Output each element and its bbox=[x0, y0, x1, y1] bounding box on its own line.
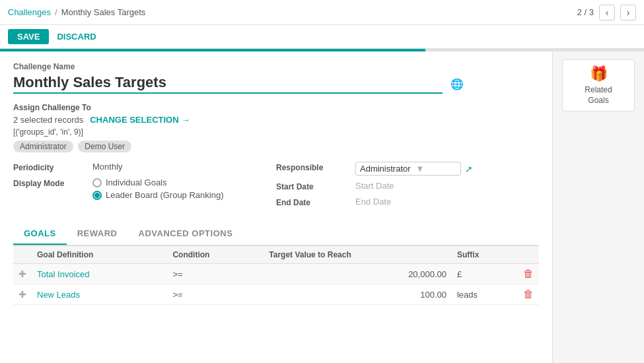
goal-def-link-1[interactable]: Total Invoiced bbox=[37, 269, 90, 279]
responsible-label: Responsible bbox=[276, 162, 355, 172]
content-area: Challenge Name 🌐 Assign Challenge To 2 s… bbox=[0, 51, 552, 363]
start-date-value[interactable]: Start Date bbox=[355, 181, 394, 191]
drag-handle-icon: ✚ bbox=[18, 269, 26, 279]
radio-individual-goals[interactable]: Individual Goals bbox=[92, 178, 224, 187]
progress-bar-wrap bbox=[0, 49, 644, 51]
related-goals-panel: 🎁 RelatedGoals bbox=[552, 51, 644, 363]
responsible-value-wrap: Administrator ▼ ➚ bbox=[355, 162, 473, 176]
target-value-cell-1: 20,000.00 bbox=[264, 264, 452, 284]
radio-circle-individual bbox=[92, 178, 102, 187]
th-suffix: Suffix bbox=[452, 246, 518, 264]
challenge-name-label: Challenge Name bbox=[13, 62, 539, 71]
top-bar-right: 2 / 3 ‹ › bbox=[577, 5, 636, 20]
periodicity-value: Monthly bbox=[92, 162, 276, 172]
top-bar: Challenges / Monthly Sales Targets 2 / 3… bbox=[0, 0, 644, 25]
condition-cell-1: >= bbox=[167, 264, 264, 284]
responsible-row: Responsible Administrator ▼ ➚ bbox=[276, 162, 539, 176]
tabs-bar: GOALS REWARD ADVANCED OPTIONS bbox=[13, 223, 539, 246]
end-date-value[interactable]: End Date bbox=[355, 197, 391, 207]
th-goal-def: Goal Definition bbox=[32, 246, 167, 264]
suffix-cell-1: £ bbox=[452, 264, 518, 284]
globe-icon: 🌐 bbox=[450, 78, 464, 90]
save-button[interactable]: SAVE bbox=[8, 29, 49, 44]
selected-records: 2 selected records bbox=[13, 115, 83, 125]
gift-icon: 🎁 bbox=[590, 65, 608, 82]
delete-button-1[interactable]: 🗑 bbox=[523, 268, 534, 280]
related-goals-label: RelatedGoals bbox=[585, 85, 612, 106]
table-row: ✚ Total Invoiced >= 20,000.00 £ 🗑 bbox=[13, 264, 539, 284]
breadcrumb-current: Monthly Sales Targets bbox=[61, 7, 146, 17]
breadcrumb: Challenges / Monthly Sales Targets bbox=[8, 7, 145, 17]
display-mode-label: Display Mode bbox=[13, 178, 92, 188]
start-date-label: Start Date bbox=[276, 181, 355, 191]
end-date-label: End Date bbox=[276, 197, 355, 207]
tab-reward[interactable]: REWARD bbox=[67, 223, 128, 245]
external-link-icon[interactable]: ➚ bbox=[465, 164, 473, 174]
nav-next-button[interactable]: › bbox=[620, 5, 636, 20]
goals-table: Goal Definition Condition Target Value t… bbox=[13, 246, 539, 305]
assign-label: Assign Challenge To bbox=[13, 103, 539, 112]
breadcrumb-separator: / bbox=[55, 7, 57, 17]
periodicity-row: Periodicity Monthly bbox=[13, 162, 276, 172]
radio-circle-leader bbox=[92, 191, 102, 200]
fields-col-right: Responsible Administrator ▼ ➚ Start Date… bbox=[276, 162, 539, 213]
discard-button[interactable]: DISCARD bbox=[57, 32, 96, 42]
tag-demo-user: Demo User bbox=[78, 141, 131, 152]
tab-goals[interactable]: GOALS bbox=[13, 223, 67, 245]
action-bar: SAVE DISCARD bbox=[0, 25, 644, 49]
tab-advanced[interactable]: ADVANCED OPTIONS bbox=[128, 223, 244, 245]
th-target-value: Target Value to Reach bbox=[264, 246, 452, 264]
main-layout: Challenge Name 🌐 Assign Challenge To 2 s… bbox=[0, 51, 644, 363]
display-mode-row: Display Mode Individual Goals Leader Boa… bbox=[13, 178, 276, 200]
suffix-cell-2: leads bbox=[452, 284, 518, 305]
drag-handle[interactable]: ✚ bbox=[13, 264, 32, 284]
radio-label-individual: Individual Goals bbox=[106, 178, 167, 187]
end-date-row: End Date End Date bbox=[276, 197, 539, 207]
challenge-name-input[interactable] bbox=[13, 74, 443, 94]
table-header-row: Goal Definition Condition Target Value t… bbox=[13, 246, 539, 264]
tag-administrator: Administrator bbox=[13, 141, 73, 152]
related-goals-button[interactable]: 🎁 RelatedGoals bbox=[562, 59, 635, 112]
delete-cell-2: 🗑 bbox=[518, 284, 539, 305]
nav-prev-button[interactable]: ‹ bbox=[599, 5, 615, 20]
record-nav-label: 2 / 3 bbox=[577, 7, 594, 17]
goal-def-cell-2: New Leads bbox=[32, 284, 167, 305]
responsible-select[interactable]: Administrator ▼ bbox=[355, 162, 461, 176]
periodicity-label: Periodicity bbox=[13, 162, 92, 172]
table-row: ✚ New Leads >= 100.00 leads 🗑 bbox=[13, 284, 539, 305]
radio-leader-board[interactable]: Leader Board (Group Ranking) bbox=[92, 190, 224, 200]
domain-filter: [('groups_id', 'in', 9)] bbox=[13, 127, 539, 137]
condition-cell-2: >= bbox=[167, 284, 264, 305]
tags-row: Administrator Demo User bbox=[13, 141, 539, 152]
th-condition: Condition bbox=[167, 246, 264, 264]
target-value-cell-2: 100.00 bbox=[264, 284, 452, 305]
breadcrumb-parent[interactable]: Challenges bbox=[8, 7, 51, 17]
delete-cell-1: 🗑 bbox=[518, 264, 539, 284]
goal-def-link-2[interactable]: New Leads bbox=[37, 290, 80, 300]
drag-handle-2[interactable]: ✚ bbox=[13, 284, 32, 305]
progress-bar-fill bbox=[0, 49, 425, 51]
start-date-row: Start Date Start Date bbox=[276, 181, 539, 191]
fields-row: Periodicity Monthly Display Mode Individ… bbox=[13, 162, 539, 213]
goal-def-cell: Total Invoiced bbox=[32, 264, 167, 284]
delete-button-2[interactable]: 🗑 bbox=[523, 288, 534, 300]
assign-row: 2 selected records CHANGE SELECTION → bbox=[13, 115, 539, 125]
radio-label-leader: Leader Board (Group Ranking) bbox=[106, 190, 224, 200]
responsible-value: Administrator bbox=[360, 164, 411, 174]
assign-section: Assign Challenge To 2 selected records C… bbox=[13, 103, 539, 152]
th-drag bbox=[13, 246, 32, 264]
fields-col-left: Periodicity Monthly Display Mode Individ… bbox=[13, 162, 276, 213]
record-nav: 2 / 3 bbox=[577, 7, 594, 17]
change-selection-button[interactable]: CHANGE SELECTION → bbox=[90, 115, 190, 125]
display-mode-options: Individual Goals Leader Board (Group Ran… bbox=[92, 178, 224, 200]
drag-handle-icon-2: ✚ bbox=[18, 289, 26, 300]
dropdown-arrow-icon: ▼ bbox=[416, 164, 425, 174]
th-delete bbox=[518, 246, 539, 264]
